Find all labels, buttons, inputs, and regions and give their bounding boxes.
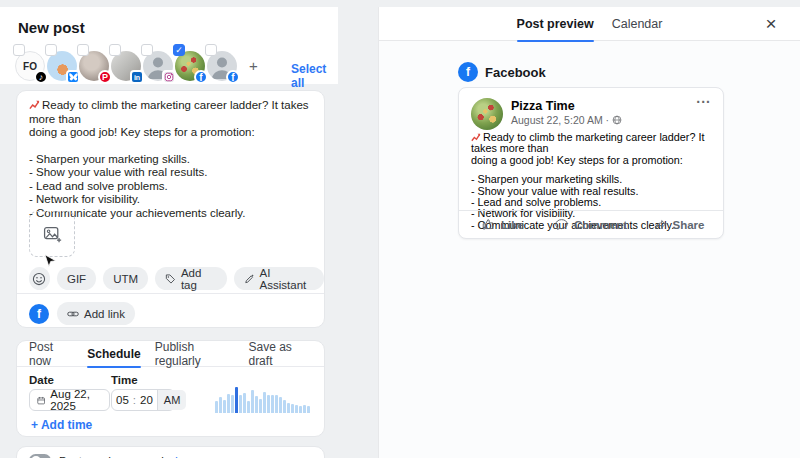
histogram-bar[interactable] xyxy=(303,405,306,413)
histogram-bar[interactable] xyxy=(223,400,226,413)
histogram-bar[interactable] xyxy=(295,405,298,413)
time-hour[interactable]: 05 xyxy=(112,394,133,406)
histogram-bar[interactable] xyxy=(215,401,218,413)
best-times-histogram[interactable] xyxy=(215,387,315,413)
histogram-bar[interactable] xyxy=(291,404,294,413)
approval-label: Post needs approval. xyxy=(59,455,167,458)
histogram-bar[interactable] xyxy=(263,392,266,413)
time-input[interactable]: 05 : 20 AM xyxy=(111,389,175,411)
account-bluesky[interactable] xyxy=(47,51,77,81)
add-account-button[interactable]: + xyxy=(249,51,258,81)
add-time-link[interactable]: + Add time xyxy=(31,418,92,432)
accounts-row: FO ♪ P in xyxy=(15,51,258,81)
publish-options-card: Post now Schedule Publish regularly Save… xyxy=(16,340,325,437)
instagram-icon xyxy=(162,70,176,84)
post-menu-button[interactable]: ... xyxy=(696,90,711,106)
account-checkbox[interactable] xyxy=(45,44,57,56)
tab-post-now[interactable]: Post now xyxy=(29,341,73,367)
account-instagram[interactable] xyxy=(143,51,173,81)
divider xyxy=(17,293,324,294)
comment-button[interactable]: Comment xyxy=(547,218,635,231)
account-checkbox[interactable] xyxy=(141,44,153,56)
histogram-bar[interactable] xyxy=(235,387,238,413)
meridiem-select[interactable]: AM xyxy=(157,390,187,410)
facebook-post-preview-card: Pizza Time August 22, 5:20 AM · ... Read… xyxy=(458,87,724,239)
linkedin-icon: in xyxy=(130,70,144,84)
account-tiktok[interactable]: FO ♪ xyxy=(15,51,45,81)
preview-panel: Post preview Calendar × f Facebook Pizza… xyxy=(378,7,800,458)
network-row: f Facebook xyxy=(458,62,546,82)
account-checkbox[interactable] xyxy=(205,44,217,56)
tab-post-preview[interactable]: Post preview xyxy=(517,7,594,41)
calendar-icon xyxy=(37,395,45,406)
histogram-bar[interactable] xyxy=(287,403,290,413)
comment-icon xyxy=(555,218,568,231)
tiktok-icon: ♪ xyxy=(34,70,48,84)
select-all-link[interactable]: Select all xyxy=(291,62,338,90)
tag-icon xyxy=(165,273,176,285)
histogram-bar[interactable] xyxy=(299,406,302,413)
histogram-bar[interactable] xyxy=(243,393,246,413)
time-label: Time xyxy=(111,374,138,386)
histogram-bar[interactable] xyxy=(251,390,254,413)
account-facebook-2[interactable]: f xyxy=(207,51,237,81)
composer-card: Ready to climb the marketing career ladd… xyxy=(16,90,325,328)
utm-button[interactable]: UTM xyxy=(103,267,148,290)
histogram-bar[interactable] xyxy=(255,396,258,413)
smiley-icon xyxy=(32,272,46,286)
date-value: Aug 22, 2025 xyxy=(50,388,102,412)
tab-save-as-draft[interactable]: Save as draft xyxy=(248,341,312,367)
learn-more-link[interactable]: Learn more xyxy=(175,455,234,458)
histogram-bar[interactable] xyxy=(239,395,242,413)
facebook-icon: f xyxy=(194,70,208,84)
account-linkedin[interactable]: in xyxy=(111,51,141,81)
add-link-row: f Add link xyxy=(29,302,135,325)
tab-calendar[interactable]: Calendar xyxy=(612,7,663,41)
date-label: Date xyxy=(29,374,54,386)
tab-schedule[interactable]: Schedule xyxy=(87,341,140,367)
publish-tabs: Post now Schedule Publish regularly Save… xyxy=(17,341,324,367)
account-checkbox[interactable] xyxy=(109,44,121,56)
composer-toolbar: GIF UTM Add tag AI Assistant xyxy=(29,267,324,290)
post-timestamp: August 22, 5:20 AM · xyxy=(511,114,622,126)
add-link-button[interactable]: Add link xyxy=(57,302,135,325)
histogram-bar[interactable] xyxy=(271,395,274,413)
account-pinterest[interactable]: P xyxy=(79,51,109,81)
gif-button[interactable]: GIF xyxy=(57,267,96,290)
histogram-bar[interactable] xyxy=(307,406,310,413)
close-icon[interactable]: × xyxy=(758,11,784,37)
ai-assistant-button[interactable]: AI Assistant xyxy=(234,267,324,290)
account-checkbox-checked[interactable]: ✓ xyxy=(173,44,185,56)
add-image-icon xyxy=(43,225,62,244)
time-minute[interactable]: 20 xyxy=(136,394,157,406)
chart-increasing-emoji xyxy=(471,132,481,142)
histogram-bar[interactable] xyxy=(279,397,282,413)
account-facebook-pizza[interactable]: ✓ f xyxy=(175,51,205,81)
emoji-button[interactable] xyxy=(29,267,50,290)
app-root: { "colors": { "accent": "#2e77f6", "face… xyxy=(0,0,800,458)
histogram-bar[interactable] xyxy=(231,395,234,413)
histogram-bar[interactable] xyxy=(227,394,230,413)
add-media-dropzone[interactable] xyxy=(29,211,75,257)
histogram-bar[interactable] xyxy=(283,400,286,413)
histogram-bar[interactable] xyxy=(267,395,270,413)
page-avatar xyxy=(471,98,503,130)
histogram-bar[interactable] xyxy=(275,395,278,413)
account-checkbox[interactable] xyxy=(77,44,89,56)
thumbs-up-icon xyxy=(482,218,495,231)
tab-publish-regularly[interactable]: Publish regularly xyxy=(155,341,235,367)
share-button[interactable]: Share xyxy=(635,218,723,231)
date-input[interactable]: Aug 22, 2025 xyxy=(29,389,110,411)
like-button[interactable]: Like xyxy=(459,218,547,231)
histogram-bar[interactable] xyxy=(247,401,250,413)
network-label: Facebook xyxy=(485,65,546,80)
approval-toggle[interactable] xyxy=(29,454,51,458)
histogram-bar[interactable] xyxy=(219,397,222,413)
histogram-bar[interactable] xyxy=(259,399,262,413)
add-tag-button[interactable]: Add tag xyxy=(155,267,227,290)
pinterest-icon: P xyxy=(98,70,112,84)
globe-icon xyxy=(612,115,622,125)
account-checkbox[interactable] xyxy=(13,44,25,56)
composer-header: New post FO ♪ P in xyxy=(0,7,338,84)
post-text-editor[interactable]: Ready to climb the marketing career ladd… xyxy=(29,99,316,220)
